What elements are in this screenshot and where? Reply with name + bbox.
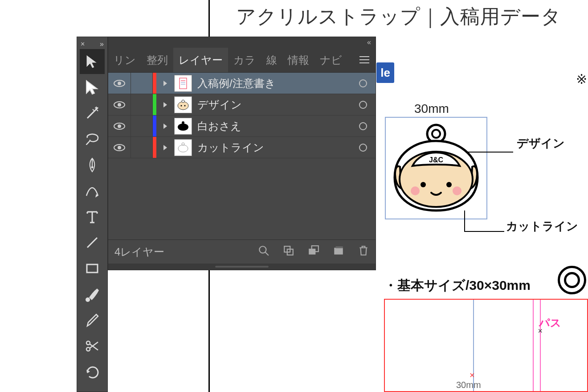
layer-color-swatch — [153, 116, 156, 136]
collapse-icon[interactable]: « — [367, 38, 371, 46]
note-glyph: ※ — [576, 71, 587, 87]
svg-point-22 — [178, 124, 188, 131]
visibility-toggle[interactable] — [108, 100, 131, 109]
pen-tool[interactable] — [80, 153, 105, 177]
dimension-label-bottom: 30mm — [456, 380, 481, 390]
svg-point-4 — [421, 182, 426, 187]
layer-row[interactable]: 白おさえ — [108, 116, 376, 137]
layer-thumbnail — [174, 118, 192, 135]
layer-row[interactable]: デザイン — [108, 94, 376, 116]
double-circle-icon — [558, 266, 586, 294]
svg-rect-10 — [180, 78, 187, 89]
target-icon[interactable] — [351, 79, 376, 87]
line-tool[interactable] — [80, 230, 105, 255]
svg-text:J&C: J&C — [429, 156, 443, 164]
expand-layer-icon[interactable] — [156, 144, 174, 151]
layer-thumbnail — [174, 96, 192, 113]
svg-point-5 — [446, 182, 452, 187]
svg-line-29 — [265, 252, 269, 256]
lock-toggle[interactable] — [131, 137, 153, 158]
search-icon[interactable] — [258, 245, 270, 259]
panel-collapse-bar[interactable]: « — [108, 37, 376, 48]
selection-tool[interactable] — [80, 49, 105, 74]
new-sublayer-icon[interactable] — [333, 245, 344, 259]
layer-count: 4レイヤー — [114, 245, 164, 259]
svg-point-6 — [411, 186, 420, 195]
pencil-tool[interactable] — [80, 308, 105, 333]
svg-point-1 — [432, 130, 440, 138]
layer-row[interactable]: 入稿例/注意書き — [108, 73, 376, 94]
make-clipping-icon[interactable] — [308, 245, 319, 259]
layer-name[interactable]: 白おさえ — [197, 119, 351, 133]
target-icon[interactable] — [351, 144, 376, 152]
svg-rect-34 — [334, 248, 343, 254]
expand-layer-icon[interactable] — [156, 80, 174, 87]
layer-name[interactable]: 入稿例/注意書き — [197, 76, 351, 91]
partial-sample-tag: le — [376, 62, 394, 83]
lock-toggle[interactable] — [131, 94, 153, 115]
panel-resize-grip[interactable] — [108, 264, 376, 270]
expand-layer-icon[interactable] — [156, 123, 174, 129]
target-icon[interactable] — [351, 101, 376, 109]
visibility-toggle[interactable] — [108, 122, 131, 131]
callout-leader — [464, 231, 504, 232]
layer-color-swatch — [153, 137, 156, 158]
expand-layer-icon[interactable] — [156, 102, 174, 108]
visibility-toggle[interactable] — [108, 79, 131, 88]
panel-tabs: リン 整列 レイヤー カラ 線 情報 ナビ — [108, 48, 376, 73]
lasso-tool[interactable] — [80, 127, 105, 152]
layer-name[interactable]: カットライン — [197, 140, 351, 155]
svg-point-7 — [453, 186, 461, 195]
svg-rect-35 — [336, 246, 343, 248]
document-title: アクリルストラップ｜入稿用データ — [236, 4, 561, 30]
type-tool[interactable] — [80, 204, 105, 229]
svg-point-23 — [182, 121, 184, 124]
paintbrush-tool[interactable] — [80, 282, 105, 307]
layers-panel[interactable]: « リン 整列 レイヤー カラ 線 情報 ナビ 入稿例/注意書きデザイン白おさえ… — [108, 37, 376, 270]
tab-align[interactable]: 整列 — [141, 48, 173, 72]
callout-design: デザイン — [517, 136, 565, 151]
template-grid: パス × × 30mm — [384, 299, 588, 392]
layer-row[interactable]: カットライン — [108, 137, 376, 158]
center-x-mark: × — [470, 370, 475, 380]
tab-link[interactable]: リン — [108, 48, 141, 72]
rectangle-tool[interactable] — [80, 256, 105, 281]
lock-toggle[interactable] — [131, 73, 153, 94]
layer-name[interactable]: デザイン — [197, 98, 351, 112]
grid-pink-line — [540, 300, 541, 391]
visibility-toggle[interactable] — [108, 143, 131, 152]
close-icon[interactable]: × — [81, 40, 85, 48]
character-illustration: J&C — [390, 121, 482, 215]
tools-panel[interactable]: × » — [77, 37, 108, 392]
svg-point-21 — [118, 124, 121, 128]
tools-panel-header[interactable]: × » — [77, 40, 107, 49]
tab-info[interactable]: 情報 — [282, 48, 314, 72]
target-icon[interactable] — [351, 122, 376, 130]
grid-pink-line — [533, 300, 534, 391]
layer-thumbnail — [174, 139, 192, 156]
curvature-tool[interactable] — [80, 178, 105, 203]
tab-nav[interactable]: ナビ — [314, 48, 347, 72]
magic-wand-tool[interactable] — [80, 101, 105, 126]
base-size-note: ・基本サイズ/30×30mm — [384, 276, 531, 295]
svg-point-17 — [182, 100, 184, 103]
layer-list: 入稿例/注意書きデザイン白おさえカットライン — [108, 73, 376, 239]
direct-select-tool[interactable] — [80, 75, 105, 100]
locate-object-icon[interactable] — [283, 245, 294, 259]
anchor-glyph: × — [538, 326, 543, 336]
svg-point-26 — [178, 145, 188, 152]
tab-layers[interactable]: レイヤー — [173, 48, 228, 72]
tab-stroke[interactable]: 線 — [261, 48, 282, 72]
panel-menu-icon[interactable] — [353, 54, 376, 66]
svg-point-25 — [118, 146, 121, 149]
expand-icon[interactable]: » — [100, 40, 104, 48]
svg-point-16 — [178, 102, 188, 110]
tab-color[interactable]: カラ — [228, 48, 261, 72]
trash-icon[interactable] — [358, 245, 369, 259]
layers-footer: 4レイヤー — [108, 239, 376, 264]
lock-toggle[interactable] — [131, 116, 153, 136]
scissors-tool[interactable] — [80, 334, 105, 359]
layer-color-swatch — [153, 94, 156, 115]
svg-point-9 — [118, 82, 121, 85]
rotate-tool[interactable] — [80, 359, 105, 384]
